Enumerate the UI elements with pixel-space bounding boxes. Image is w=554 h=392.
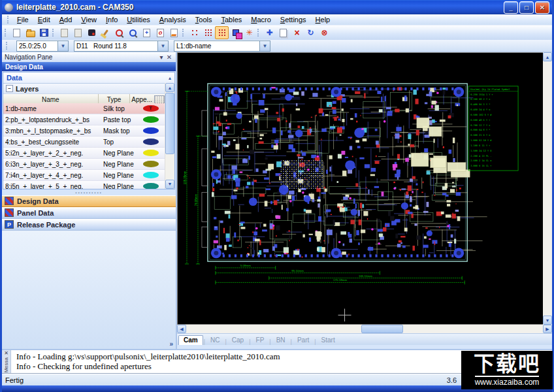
pane-collapse-icon[interactable]: ▾ — [157, 54, 165, 61]
zoom-window-icon[interactable]: + — [140, 26, 154, 39]
menubar-gripper[interactable] — [7, 16, 11, 24]
menu-settings[interactable]: Settings — [276, 15, 311, 24]
new-icon[interactable] — [10, 26, 24, 39]
menu-macro[interactable]: Macro — [246, 15, 276, 24]
nav-button-release-package[interactable]: PRelease Package — [2, 219, 176, 231]
chevron-down-icon[interactable]: ▼ — [57, 41, 68, 51]
menu-tools[interactable]: Tools — [191, 15, 217, 24]
layer-appearance[interactable] — [136, 172, 165, 178]
close-button[interactable]: ✕ — [535, 1, 549, 14]
zoom-all-icon[interactable]: o — [154, 26, 167, 39]
layer-color-blob[interactable] — [143, 161, 159, 167]
tab-nc[interactable]: NC — [206, 336, 224, 345]
messages-tab-label[interactable]: Messa — [3, 357, 9, 373]
canvas-hscrollbar[interactable]: ◀ ▶ — [177, 325, 552, 333]
menu-tables[interactable]: Tables — [216, 15, 246, 24]
collapse-box-icon[interactable]: − — [6, 85, 13, 92]
layer-row[interactable]: 2:pb_+_lotpastendruck_+_bsPaste top — [3, 114, 165, 125]
pane-close-icon[interactable]: ✕ — [165, 54, 173, 61]
layer-color-blob[interactable] — [143, 150, 159, 156]
scroll-left-icon[interactable]: ◀ — [177, 325, 186, 333]
tab-cam[interactable]: Cam — [178, 335, 203, 345]
layer-row[interactable]: 4:bs_+_best_ckungsseiteTop — [3, 137, 165, 148]
clear-icon[interactable] — [99, 26, 112, 39]
zoom-in-icon[interactable] — [112, 26, 126, 39]
layer-appearance[interactable] — [136, 127, 165, 134]
layer-list-scrollbar[interactable]: ▲ ▼ — [165, 83, 174, 189]
menu-info[interactable]: Info — [101, 15, 122, 24]
layer-appearance[interactable] — [136, 116, 165, 123]
scrollbar-thumb[interactable] — [361, 325, 403, 333]
tab-part[interactable]: Part — [293, 336, 314, 345]
aperture-combo[interactable]: D11 Round 11.8 ▼ — [74, 41, 169, 52]
undo-icon[interactable] — [57, 26, 71, 39]
delete-icon[interactable]: × — [290, 26, 304, 39]
menu-edit[interactable]: Edit — [33, 15, 55, 24]
pane-splitter-handle[interactable]: ▪▪▪▪▪▪▪▪▪▪ — [2, 190, 176, 195]
scroll-down-icon[interactable]: ▼ — [543, 316, 552, 325]
mirror-icon[interactable]: ⊗ — [318, 26, 331, 39]
pcb-canvas[interactable]: Dia(mm) Qty Id Plated Symbol0.250 1514 1… — [177, 52, 543, 325]
menu-utilities[interactable]: Utilities — [122, 15, 154, 24]
redo-icon[interactable] — [71, 26, 85, 39]
redraw-icon[interactable]: ✳ — [242, 26, 256, 39]
layer-color-blob[interactable] — [143, 183, 159, 189]
layer-colors-icon[interactable] — [229, 26, 242, 39]
layer-appearance[interactable] — [136, 139, 165, 145]
layer-color-blob[interactable]: T — [143, 105, 159, 112]
layer-row[interactable]: 1:db-nameSilk topT — [3, 103, 165, 114]
minimize-button[interactable]: _ — [504, 1, 518, 14]
appearance-settings-icon[interactable] — [154, 95, 165, 104]
layer-appearance[interactable] — [136, 150, 165, 156]
layer-color-blob[interactable] — [143, 116, 159, 123]
scroll-down-icon[interactable]: ▼ — [165, 180, 174, 189]
layer-row[interactable]: 3:mbn_+_l_tstopmaske_+_bsMask top — [3, 125, 165, 137]
scroll-up-icon[interactable]: ▲ — [165, 83, 174, 92]
scroll-up-icon[interactable]: ▲ — [543, 52, 552, 61]
layer-color-blob[interactable] — [143, 172, 159, 178]
pan-icon[interactable] — [85, 26, 99, 39]
save-icon[interactable] — [37, 26, 51, 39]
layer-color-blob[interactable] — [143, 127, 159, 134]
chevron-down-icon[interactable]: ▼ — [259, 41, 270, 51]
toolbar-gripper[interactable] — [5, 29, 8, 37]
combobar-gripper[interactable] — [6, 42, 10, 50]
zoom-out-icon[interactable] — [126, 26, 140, 39]
layer-appearance[interactable]: T — [136, 105, 165, 112]
layer-combo[interactable]: L1:db-name ▼ — [174, 41, 270, 52]
tab-bn[interactable]: BN — [272, 336, 290, 345]
layer-row[interactable]: 5:i2n_+_layer_+_2_+_neg.Neg Plane — [3, 148, 165, 159]
menu-help[interactable]: Help — [311, 15, 335, 24]
tab-fp[interactable]: FP — [252, 336, 269, 345]
nav-button-design-data[interactable]: Design Data — [2, 195, 176, 207]
menu-analysis[interactable]: Analysis — [155, 15, 191, 24]
grid-combo[interactable]: 25.0:25.0 ▼ — [16, 41, 69, 52]
scroll-right-icon[interactable]: ▶ — [543, 325, 552, 333]
tab-start[interactable]: Start — [317, 336, 340, 345]
scrollbar-thumb[interactable] — [165, 93, 174, 154]
layer-appearance[interactable] — [136, 183, 165, 189]
menu-file[interactable]: File — [12, 15, 33, 24]
layer-color-blob[interactable] — [143, 139, 159, 145]
zoom-sheet-icon[interactable]: ▂ — [167, 26, 181, 39]
grid-dots-icon[interactable] — [201, 26, 215, 39]
close-icon[interactable]: ✕ — [4, 350, 8, 356]
layer-appearance[interactable] — [136, 161, 165, 167]
menu-view[interactable]: View — [76, 15, 101, 24]
chevron-down-icon[interactable]: ▼ — [157, 41, 168, 51]
layer-row[interactable]: 7:i4n_+_layer_+_4_+_neg.Neg Plane — [3, 170, 165, 181]
grid-lines-icon[interactable] — [215, 26, 229, 39]
maximize-button[interactable]: □ — [519, 1, 534, 14]
nav-button-panel-data[interactable]: Panel Data — [2, 207, 176, 219]
pane-overflow-chevron[interactable]: » — [169, 340, 173, 348]
tab-cap[interactable]: Cap — [227, 336, 248, 345]
layer-row[interactable]: 6:i3n_+_layer_+_3_+_neg.Neg Plane — [3, 159, 165, 170]
collapse-arrow-icon[interactable]: ▴ — [169, 75, 171, 81]
menu-add[interactable]: Add — [55, 15, 77, 24]
copy-icon[interactable] — [276, 26, 290, 39]
layer-row[interactable]: 8:i5n_+_layer_+_5_+_neg.Neg Plane — [3, 181, 165, 189]
open-icon[interactable] — [24, 26, 37, 39]
origin-icon[interactable] — [187, 26, 201, 39]
rotate-icon[interactable]: ↻ — [304, 26, 318, 39]
canvas-vscrollbar[interactable]: ▲ ▼ — [543, 52, 552, 325]
